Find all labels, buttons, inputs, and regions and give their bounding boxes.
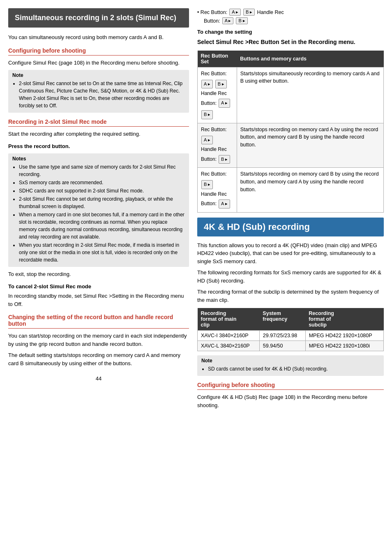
table-col2-header: Buttons and memory cards <box>237 51 383 67</box>
notes-box-2: Notes Use the same type and same size of… <box>8 153 189 267</box>
frequency-table: Recordingformat of mainclip Systemfreque… <box>197 308 384 351</box>
table-row: XAVC-L 3840×2160P59.94/50MPEG HD422 1920… <box>198 341 384 351</box>
handle-rec-label-top: Handle Rec <box>257 9 284 15</box>
cancel-title: To cancel 2-slot Simul Rec mode <box>8 283 189 291</box>
note-box-1: Note 2-slot Simul Rec cannot be set to O… <box>8 70 189 113</box>
card-a-btn-top: A ▸ <box>229 9 241 16</box>
note-box-4k: Note SD cards cannot be used for 4K & HD… <box>197 355 384 376</box>
section-config-right-title: Configuring before shooting <box>197 382 384 390</box>
page-number: 44 <box>8 375 189 382</box>
freq-format-cell: XAVC-I 3840×2160P <box>198 331 260 341</box>
freq-frequency-cell: 29.97/25/23.98 <box>259 331 305 341</box>
table-row: Rec Button: A ▸B ▸Handle RecButton: A ▸B… <box>198 67 384 123</box>
notes-label-2: Notes <box>12 156 185 162</box>
select-instruction: Select Simul Rec >Rec Button Set in the … <box>197 38 384 46</box>
freq-subclip-cell: MPEG HD422 1920×1080i <box>305 341 383 351</box>
press-record-title: Press the record button. <box>8 142 189 151</box>
table-row: Rec Button: B ▸Handle RecButton: A ▸Star… <box>198 168 384 213</box>
note-label-1: Note <box>12 72 185 78</box>
card-b-btn-top: B ▸ <box>243 9 255 16</box>
slot-btn: A ▸ <box>219 99 230 108</box>
rec-btn-desc-cell: Starts/stops simultaneously recording to… <box>237 67 383 123</box>
note-list-1: 2-slot Simul Rec cannot be set to On at … <box>12 80 185 109</box>
intro-text: You can simultaneously record using both… <box>8 33 189 42</box>
section-configuring-body: Configure Simul Rec (page 108) in the Re… <box>8 59 189 67</box>
4k-body2: The following recording formats for SxS … <box>197 269 384 285</box>
note-list-4k: SD cards cannot be used for 4K & HD (Sub… <box>201 365 380 373</box>
slot-btn: B ▸ <box>201 180 213 189</box>
rec-btn-set-cell: Rec Button: A ▸B ▸Handle RecButton: A ▸B… <box>198 67 237 123</box>
table-col1-header: Rec Button Set <box>198 51 237 67</box>
button-label-top: Button: <box>204 18 220 24</box>
card-a-btn-top2: A ▸ <box>222 17 234 24</box>
freq-col2-header: Systemfrequency <box>259 308 305 331</box>
freq-subclip-cell: MPEG HD422 1920×1080P <box>305 331 383 341</box>
freq-col1-header: Recordingformat of mainclip <box>198 308 260 331</box>
table-row: Rec Button: A ▸Handle RecButton: B ▸Star… <box>198 123 384 168</box>
4k-body1: This function allows you to record a 4K … <box>197 241 384 266</box>
freq-frequency-cell: 59.94/50 <box>259 341 305 351</box>
rec-btn-desc-cell: Starts/stops recording on memory card B … <box>237 168 383 213</box>
rec-btn-set-cell: Rec Button: A ▸Handle RecButton: B ▸ <box>198 123 237 168</box>
slot-btn: B ▸ <box>219 155 230 164</box>
notes-list-2: Use the same type and same size of memor… <box>12 163 185 264</box>
section-config-right-body: Configure 4K & HD (Sub) Rec (page 108) i… <box>197 393 384 409</box>
notes-item: When a memory card in one slot becomes f… <box>19 211 185 241</box>
notes-item: SDHC cards are not supported in 2-slot S… <box>19 187 185 195</box>
freq-format-cell: XAVC-L 3840×2160P <box>198 341 260 351</box>
left-column: Simultaneous recording in 2 slots (Simul… <box>8 8 189 548</box>
notes-item: When you start recording in 2-slot Simul… <box>19 241 185 264</box>
slot-btn: A ▸ <box>201 136 213 145</box>
note-label-4k: Note <box>201 358 380 364</box>
4k-hd-title: 4K & HD (Sub) recording <box>204 222 377 232</box>
main-title: Simultaneous recording in 2 slots (Simul… <box>15 13 182 23</box>
exit-text: To exit, stop the recording. <box>8 270 189 278</box>
notes-item: 2-slot Simul Rec cannot be set during re… <box>19 195 185 210</box>
cancel-body: In recording standby mode, set Simul Rec… <box>8 292 189 308</box>
notes-item: Use the same type and same size of memor… <box>19 163 185 178</box>
section-changing-body1: You can start/stop recording on the memo… <box>8 332 189 348</box>
slot-btn: A ▸ <box>219 199 230 208</box>
slot-btn: B ▸ <box>215 80 227 89</box>
right-column: • Rec Button: A ▸ B ▸ Handle Rec Button:… <box>197 8 384 548</box>
rec-button-display: • Rec Button: A ▸ B ▸ Handle Rec Button:… <box>197 8 384 25</box>
note-item: 2-slot Simul Rec cannot be set to On at … <box>19 80 185 109</box>
slot-btn: B ▸ <box>201 110 213 119</box>
rec-btn-desc-cell: Starts/stops recording on memory card A … <box>237 123 383 168</box>
section-configuring-title: Configuring before shooting <box>8 47 189 56</box>
card-b-btn-top2: B ▸ <box>236 17 247 24</box>
4k-body3: The recording format of the subclip is d… <box>197 288 384 304</box>
table-row: XAVC-I 3840×2160P29.97/25/23.98MPEG HD42… <box>198 331 384 341</box>
rec-button-label: • Rec Button: <box>197 9 227 15</box>
slot-btn: A ▸ <box>201 80 213 89</box>
section-changing-body2: The default setting starts/stops recordi… <box>8 351 189 367</box>
section-recording-body: Start the recording after completing the… <box>8 130 189 138</box>
rec-btn-set-cell: Rec Button: B ▸Handle RecButton: A ▸ <box>198 168 237 213</box>
freq-col3-header: Recordingformat ofsubclip <box>305 308 383 331</box>
4k-hd-title-box: 4K & HD (Sub) recording <box>197 218 384 236</box>
section-changing-title: Changing the setting of the record butto… <box>8 314 189 329</box>
notes-item: SxS memory cards are recommended. <box>19 179 185 186</box>
note-item-4k: SD cards cannot be used for 4K & HD (Sub… <box>208 365 380 373</box>
section-recording-title: Recording in 2-slot Simul Rec mode <box>8 118 189 127</box>
to-change-label: To change the setting <box>197 28 384 36</box>
main-title-box: Simultaneous recording in 2 slots (Simul… <box>8 8 189 28</box>
rec-button-set-table: Rec Button Set Buttons and memory cards … <box>197 51 384 213</box>
